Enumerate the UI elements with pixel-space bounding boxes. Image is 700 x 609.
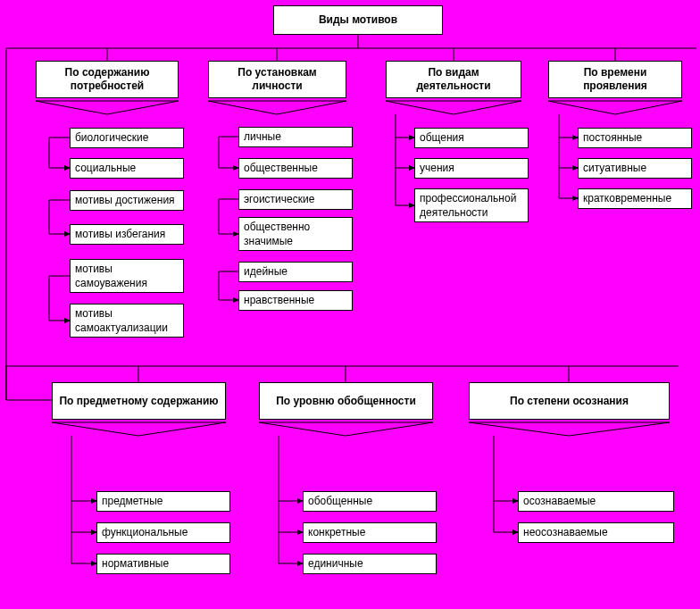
c6-item-2: единичные <box>303 554 437 574</box>
c3-item-1: учения <box>414 158 529 179</box>
c1-item-4: мотивы самоуважения <box>70 259 184 293</box>
c5-item-1: функциональные <box>96 522 230 543</box>
c7-item-1: неосознаваемые <box>518 522 674 543</box>
c3-item-2: профессиональной деятельности <box>414 188 529 222</box>
c2-item-3: общественно значимые <box>238 217 353 251</box>
c1-item-5: мотивы самоактуализации <box>70 304 184 338</box>
c4-item-0: постоянные <box>578 128 692 148</box>
cat-6-title: По уровню обобщенности <box>259 382 433 420</box>
c1-item-0: биологические <box>70 128 184 148</box>
cat-7-title: По степени осознания <box>469 382 670 420</box>
c6-item-0: обобщенные <box>303 491 437 512</box>
c1-item-1: социальные <box>70 158 184 179</box>
cat-2-title: По установкам личности <box>208 61 346 98</box>
cat-5-title: По предметному содержанию <box>52 382 226 420</box>
c1-item-2: мотивы достижения <box>70 190 184 211</box>
c4-item-1: ситуативные <box>578 158 692 179</box>
c3-item-0: общения <box>414 128 529 148</box>
c2-item-5: нравственные <box>238 290 353 311</box>
c2-item-1: общественные <box>238 158 353 179</box>
root-title: Виды мотивов <box>273 5 443 35</box>
c6-item-1: конкретные <box>303 522 437 543</box>
c2-item-2: эгоистические <box>238 189 353 210</box>
c7-item-0: осознаваемые <box>518 491 674 512</box>
c4-item-2: кратковременные <box>578 188 692 209</box>
c2-item-4: идейные <box>238 262 353 282</box>
cat-4-title: По времени проявления <box>548 61 682 98</box>
c5-item-0: предметные <box>96 491 230 512</box>
c5-item-2: нормативные <box>96 554 230 574</box>
cat-3-title: По видам деятельности <box>386 61 521 98</box>
c2-item-0: личные <box>238 127 353 147</box>
c1-item-3: мотивы избегания <box>70 224 184 245</box>
cat-1-title: По содержанию потребностей <box>36 61 179 98</box>
